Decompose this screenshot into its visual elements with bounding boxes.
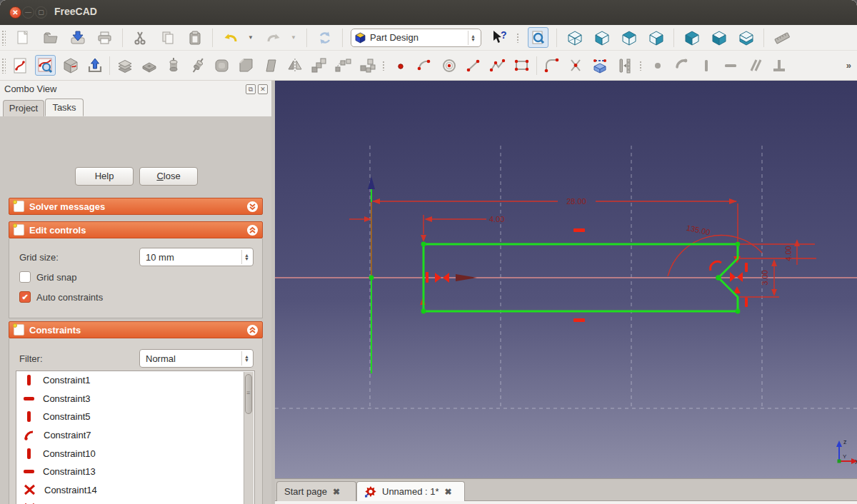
note-icon (14, 224, 24, 236)
sketch-line-button[interactable] (463, 56, 483, 75)
constraints-header[interactable]: Constraints (9, 321, 263, 338)
section-title: Constraints (29, 325, 242, 336)
constraint-horizontal-button (721, 56, 740, 75)
constraint-list-item[interactable]: Constraint7 (16, 426, 254, 445)
multi-transform-icon (359, 56, 377, 75)
view-bottom-button[interactable] (736, 28, 756, 47)
3d-viewport[interactable]: 28.00 4.00 135.00 3.00 4.00 (275, 81, 857, 478)
measure-distance-button[interactable] (772, 28, 791, 47)
tasks-panel: Help Close Solver messages Edit controls… (0, 116, 271, 504)
constraint-list-item-partial[interactable] (16, 499, 254, 504)
section-title: Solver messages (29, 201, 242, 212)
dimension-lines[interactable] (349, 201, 816, 297)
view-left-button[interactable] (709, 28, 728, 47)
expand-chevron-icon[interactable] (247, 201, 258, 212)
workbench-selector[interactable]: Part Design ▲▼ (351, 29, 481, 47)
toolbar-grip[interactable] (639, 61, 643, 71)
collapse-chevron-icon[interactable] (247, 325, 258, 336)
auto-constraints-label: Auto constraints (36, 292, 103, 303)
tab-close-icon[interactable]: ✖ (333, 487, 340, 497)
tab-tasks[interactable]: Tasks (45, 99, 84, 116)
leave-sketch-button[interactable] (85, 56, 104, 75)
view-rear-button[interactable] (682, 28, 701, 47)
solver-messages-header[interactable]: Solver messages (9, 198, 263, 215)
filter-label: Filter: (19, 353, 43, 364)
view-top-button[interactable] (619, 28, 638, 47)
constraint-list-scrollbar[interactable] (244, 372, 254, 504)
constraint-list-item[interactable]: Constraint1 (16, 371, 254, 390)
whats-this-icon: ? (491, 29, 508, 46)
dock-title: Combo View (4, 84, 56, 94)
window-close-button[interactable]: ✕ (9, 6, 21, 19)
constraint-list-item[interactable]: Constraint14 (16, 481, 254, 500)
window-minimize-button[interactable]: — (22, 6, 34, 19)
collapse-chevron-icon[interactable] (247, 225, 258, 236)
sketch-point-button[interactable] (391, 56, 410, 75)
toolbar-overflow-button[interactable]: » (846, 60, 851, 71)
tab-project[interactable]: Project (3, 100, 44, 116)
open-document-button[interactable] (41, 28, 60, 47)
undo-dropdown-caret[interactable]: ▼ (248, 34, 256, 41)
dock-close-icon[interactable]: ✕ (258, 84, 268, 94)
grid-snap-checkbox[interactable] (19, 271, 31, 283)
tab-label: Unnamed : 1* (382, 486, 439, 497)
tab-unnamed-document[interactable]: Unnamed : 1* ✖ (356, 481, 465, 501)
auto-constraints-checkbox[interactable]: ✔ (19, 291, 31, 303)
cut-button[interactable] (131, 28, 150, 47)
scrollbar-thumb[interactable] (245, 374, 252, 414)
toolbar-grip[interactable] (1, 30, 6, 46)
paste-button[interactable] (185, 28, 204, 47)
new-sketch-button[interactable] (11, 56, 30, 75)
window-maximize-button[interactable]: ▢ (35, 6, 47, 19)
grid-size-select[interactable]: 10 mm ▲▼ (139, 248, 254, 266)
copy-button[interactable] (158, 28, 177, 47)
sketch-circle-button[interactable] (439, 56, 458, 75)
sketch-polyline-button[interactable] (488, 56, 507, 75)
print-button[interactable] (95, 28, 114, 47)
axis-y-label: Y (843, 453, 847, 460)
view-axonometric-button[interactable] (565, 28, 584, 47)
grid-lines (275, 146, 857, 408)
sketch-arc-button[interactable] (415, 56, 434, 75)
constraint-list-item[interactable]: Constraint13 (16, 463, 254, 481)
tab-close-icon[interactable]: ✖ (445, 487, 452, 497)
constraint-vertical-icon (697, 56, 716, 75)
view-front-button[interactable] (592, 28, 611, 47)
sketch-fillet-button[interactable] (542, 56, 561, 75)
save-document-button[interactable] (68, 28, 87, 47)
spinner-arrows-icon[interactable]: ▲▼ (241, 351, 251, 366)
dim-notch-height: 4.00 (784, 246, 793, 261)
toolbar-grip[interactable] (1, 58, 6, 74)
sketch-trim-button[interactable] (566, 56, 586, 75)
linear-pattern-icon (310, 56, 329, 75)
workbench-spinner[interactable]: ▲▼ (468, 31, 478, 45)
close-button[interactable]: Close (139, 167, 198, 186)
spinner-arrows-icon[interactable]: ▲▼ (241, 250, 251, 264)
toolbar-grip[interactable] (382, 61, 386, 71)
tab-start-page[interactable]: Start page ✖ (276, 481, 356, 501)
external-geometry-button[interactable] (591, 56, 610, 75)
help-button[interactable]: Help (75, 167, 134, 186)
construction-mode-button[interactable] (615, 56, 634, 75)
map-sketch-button[interactable] (61, 56, 80, 75)
constraint-list-item[interactable]: Constraint3 (16, 390, 254, 408)
view-right-button[interactable] (646, 28, 666, 47)
constraint-list-item[interactable]: Constraint5 (16, 408, 254, 426)
fit-all-button[interactable] (528, 27, 548, 48)
sketch-canvas[interactable]: 28.00 4.00 135.00 3.00 4.00 (275, 81, 857, 478)
edit-controls-header[interactable]: Edit controls (9, 221, 263, 238)
mdi-tab-bar: Start page ✖ Unnamed : 1* ✖ (275, 478, 857, 504)
multi-transform-button (358, 56, 377, 75)
vertical-constraint-icon (27, 448, 31, 459)
sketch-rectangle-button[interactable] (512, 56, 531, 75)
constraint-list-item[interactable]: Constraint10 (16, 444, 254, 463)
polar-pattern-icon (334, 56, 353, 75)
new-document-button[interactable] (14, 28, 33, 47)
edit-sketch-button[interactable] (35, 55, 56, 76)
toolbar-grip[interactable] (516, 33, 520, 43)
constraint-filter-select[interactable]: Normal ▲▼ (139, 349, 254, 368)
whats-this-button[interactable]: ? (489, 28, 508, 47)
undo-button[interactable] (221, 28, 240, 47)
dock-float-icon[interactable]: ⧉ (246, 84, 256, 94)
constraint-markers[interactable] (426, 228, 748, 322)
